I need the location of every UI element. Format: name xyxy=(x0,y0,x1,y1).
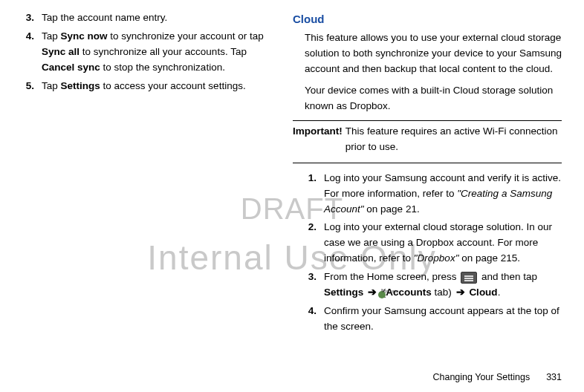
cloud-step-1: 1. Log into your Samsung account and ver… xyxy=(305,171,562,218)
cloud-step-2: 2. Log into your external cloud storage … xyxy=(305,220,562,267)
step-number: 5. xyxy=(22,79,42,94)
step-5: 5. Tap Settings to access your account s… xyxy=(22,79,272,94)
important-text: This feature requires an active Wi-Fi co… xyxy=(345,124,562,155)
step-number: 3. xyxy=(22,10,42,26)
step-number: 4. xyxy=(22,29,42,76)
step-number: 1. xyxy=(305,171,324,218)
right-column: Cloud This feature allows you to use you… xyxy=(293,10,562,338)
step-body: Tap Sync now to synchronize your account… xyxy=(42,29,272,76)
left-column: 3. Tap the account name entry. 4. Tap Sy… xyxy=(22,10,272,338)
page-footer: Changing Your Settings331 xyxy=(432,370,562,385)
cloud-step-4: 4. Confirm your Samsung account appears … xyxy=(305,304,562,335)
accounts-icon: Accounts xyxy=(381,289,383,295)
cloud-para-2: Your device comes with a built-in Cloud … xyxy=(293,83,562,114)
important-label: Important! xyxy=(293,124,345,155)
step-body: Log into your external cloud storage sol… xyxy=(324,220,562,267)
page-number: 331 xyxy=(546,372,562,382)
step-body: Tap the account name entry. xyxy=(42,10,272,26)
footer-title: Changing Your Settings xyxy=(432,372,530,382)
step-body: Confirm your Samsung account appears at … xyxy=(324,304,562,335)
step-number: 3. xyxy=(305,270,324,301)
step-body: Log into your Samsung account and verify… xyxy=(324,171,562,218)
step-4: 4. Tap Sync now to synchronize your acco… xyxy=(22,29,272,76)
menu-icon xyxy=(461,272,477,284)
step-body: Tap Settings to access your account sett… xyxy=(42,79,272,94)
content-columns: 3. Tap the account name entry. 4. Tap Sy… xyxy=(22,10,562,338)
step-3: 3. Tap the account name entry. xyxy=(22,10,272,26)
cloud-para-1: This feature allows you to use your exte… xyxy=(293,30,562,77)
step-number: 2. xyxy=(305,220,324,267)
cloud-heading: Cloud xyxy=(293,10,562,27)
step-number: 4. xyxy=(305,304,324,335)
cloud-step-3: 3. From the Home screen, press and then … xyxy=(305,270,562,301)
arrow-icon: ➔ xyxy=(456,287,465,298)
step-body: From the Home screen, press and then tap… xyxy=(324,270,562,301)
important-note: Important! This feature requires an acti… xyxy=(293,120,562,163)
arrow-icon: ➔ xyxy=(368,287,377,298)
